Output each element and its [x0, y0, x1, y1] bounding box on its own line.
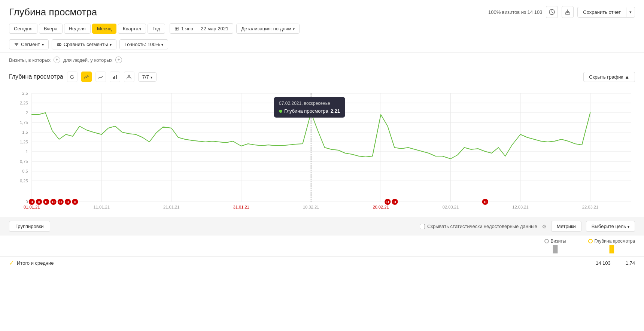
visits-metric-label: Визиты [544, 239, 566, 244]
add-visit-condition[interactable]: + [54, 57, 60, 63]
bottom-toolbar: Группировки Скрывать статистически недос… [0, 217, 644, 236]
period-week[interactable]: Неделя [64, 24, 91, 34]
chart-header: Глубина просмотра [9, 72, 635, 82]
svg-text:11.01.21: 11.01.21 [94, 205, 110, 209]
visits-radio[interactable] [544, 239, 549, 243]
svg-text:H: H [74, 200, 76, 204]
chart-title: Глубина просмотра [9, 73, 63, 80]
compare-chevron [110, 42, 112, 47]
date-range-btn[interactable]: ⊞ 1 янв — 22 мар 2021 [170, 23, 233, 34]
export-icon-btn[interactable] [562, 6, 574, 18]
period-today[interactable]: Сегодня [9, 24, 37, 34]
area-chart-btn[interactable] [95, 72, 106, 82]
svg-point-72 [309, 111, 313, 115]
svg-text:H: H [45, 200, 48, 204]
segment-label: Сегмент [21, 42, 40, 47]
compare-icon [57, 42, 62, 47]
svg-text:H: H [60, 200, 62, 204]
svg-point-10 [128, 75, 130, 77]
bottom-right: Скрывать статистически недостоверные дан… [420, 221, 635, 232]
accuracy-btn[interactable]: Точность: 100% [119, 39, 168, 49]
chart-svg: .grid-line { stroke: #e8e8e8; stroke-wid… [9, 86, 635, 213]
segment-prefix: Визиты, в которых [9, 57, 51, 63]
visits-label: Визиты [550, 239, 566, 244]
check-icon: ✓ [9, 259, 14, 267]
person-icon-btn[interactable] [124, 72, 134, 82]
save-btn-label[interactable]: Сохранить отчет [578, 7, 626, 17]
totals-values: 14 103 1,74 [596, 260, 635, 266]
svg-text:2,5: 2,5 [22, 91, 28, 95]
compare-btn[interactable]: Сравнить сегменты [52, 39, 117, 49]
hide-unreliable-label[interactable]: Скрывать статистически недостоверные дан… [420, 224, 537, 229]
svg-rect-8 [114, 76, 115, 79]
svg-text:01.01.21: 01.01.21 [24, 205, 40, 209]
goal-label: Выберите цель [592, 224, 626, 229]
bar-chart-icon [112, 75, 117, 79]
add-people-condition[interactable]: + [115, 57, 122, 63]
svg-point-6 [59, 43, 61, 46]
svg-text:1,75: 1,75 [20, 120, 28, 125]
period-month[interactable]: Месяц [92, 24, 116, 34]
header-right: 100% визитов из 14 103 Сохранить отчет ▾ [488, 6, 635, 18]
period-year[interactable]: Год [148, 24, 165, 34]
segment-btn[interactable]: Сегмент [9, 39, 49, 49]
depth-chart-icon[interactable]: ▐▌ [607, 245, 617, 253]
hide-chart-btn[interactable]: Скрыть график ▲ [583, 72, 635, 82]
metrics-btn[interactable]: Метрики [551, 221, 581, 232]
svg-rect-1 [565, 13, 570, 14]
grid-icon: ⊞ [174, 25, 179, 31]
refresh-btn[interactable] [67, 72, 78, 82]
svg-text:20.02.21: 20.02.21 [373, 205, 389, 209]
svg-rect-7 [113, 77, 114, 79]
visits-total: 14 103 [596, 260, 611, 266]
filter-icon [14, 42, 19, 47]
metrics-chevron [151, 74, 152, 80]
svg-text:H: H [31, 200, 33, 204]
svg-text:2: 2 [25, 110, 28, 115]
clock-icon-btn[interactable] [546, 6, 558, 18]
hide-chart-chevron: ▲ [625, 74, 629, 80]
detail-label: Детализация: по дням [241, 26, 291, 31]
line-chart-btn[interactable] [81, 72, 92, 82]
detail-btn[interactable]: Детализация: по дням [236, 24, 300, 34]
groupings-btn[interactable]: Группировки [9, 221, 50, 232]
save-button[interactable]: Сохранить отчет ▾ [577, 7, 635, 18]
svg-text:H: H [38, 200, 40, 204]
visits-info: 100% визитов из 14 103 [488, 9, 542, 15]
hide-unreliable-text: Скрывать статистически недостоверные дан… [427, 224, 537, 229]
svg-text:22.03.21: 22.03.21 [582, 205, 598, 209]
svg-text:H: H [67, 200, 69, 204]
person-icon [127, 75, 131, 79]
hide-chart-label: Скрыть график [589, 74, 623, 80]
svg-text:1,5: 1,5 [22, 130, 28, 134]
gear-icon[interactable]: ⚙ [542, 224, 547, 230]
chevron-down-icon [293, 26, 295, 31]
export-icon [565, 9, 571, 15]
bottom-left: Группировки [9, 221, 50, 232]
clock-icon [549, 9, 555, 15]
visits-metric-col: Визиты ▐▌ [544, 239, 566, 253]
chart-section: Глубина просмотра [0, 67, 644, 213]
line-chart-icon [84, 75, 89, 79]
metrics-count-label: 7/7 [142, 74, 149, 80]
accuracy-chevron [161, 42, 163, 47]
svg-text:21.01.21: 21.01.21 [163, 205, 179, 209]
segment-middle: для людей, у которых [63, 57, 112, 63]
period-quarter[interactable]: Квартал [118, 24, 146, 34]
totals-label-text: Итого и средние [17, 260, 54, 266]
save-btn-arrow[interactable]: ▾ [626, 7, 635, 17]
visits-chart-icon[interactable]: ▐▌ [550, 245, 560, 253]
goal-btn[interactable]: Выберите цель [586, 221, 635, 232]
svg-text:H: H [394, 200, 396, 204]
metrics-count-btn[interactable]: 7/7 [138, 72, 157, 82]
period-yesterday[interactable]: Вчера [39, 24, 63, 34]
svg-text:1,25: 1,25 [20, 140, 28, 144]
refresh-icon [70, 75, 75, 79]
depth-label: Глубина просмотра [594, 239, 635, 244]
filter-bar: Сегмент Сравнить сегменты Точность: 100% [0, 36, 644, 53]
depth-radio[interactable] [588, 239, 593, 243]
hide-unreliable-checkbox[interactable] [420, 224, 425, 229]
svg-text:2,25: 2,25 [20, 101, 28, 105]
bar-chart-btn[interactable] [110, 72, 120, 82]
segment-chevron [42, 42, 44, 47]
